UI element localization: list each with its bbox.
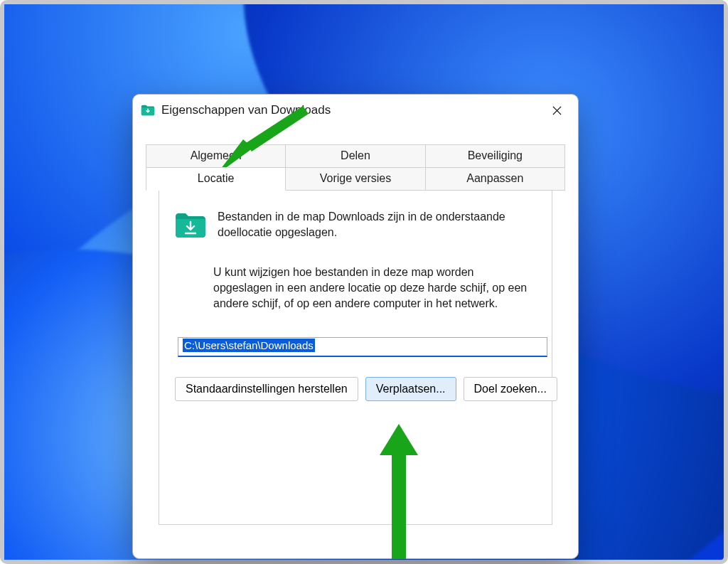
tab-sharing[interactable]: Delen xyxy=(285,144,425,168)
find-target-button[interactable]: Doel zoeken... xyxy=(464,377,557,401)
restore-defaults-button[interactable]: Standaardinstellingen herstellen xyxy=(175,377,358,401)
properties-dialog: Eigenschappen van Downloads Algemeen Del… xyxy=(132,94,579,559)
location-description: Bestanden in de map Downloads zijn in de… xyxy=(218,209,537,240)
location-path-input[interactable]: C:\Users\stefan\Downloads xyxy=(178,337,547,357)
tab-previous-versions[interactable]: Vorige versies xyxy=(285,167,425,191)
downloads-folder-large-icon xyxy=(173,209,208,240)
location-buttons: Standaardinstellingen herstellen Verplaa… xyxy=(175,377,537,401)
location-panel: Bestanden in de map Downloads zijn in de… xyxy=(159,191,552,525)
tab-security[interactable]: Beveiliging xyxy=(425,144,565,168)
tabs: Algemeen Delen Beveiliging Locatie Vorig… xyxy=(146,144,565,525)
tab-general[interactable]: Algemeen xyxy=(146,144,286,168)
tab-customize[interactable]: Aanpassen xyxy=(425,167,565,191)
desktop: Eigenschappen van Downloads Algemeen Del… xyxy=(0,0,728,564)
tab-location[interactable]: Locatie xyxy=(146,167,286,191)
location-subtext: U kunt wijzigen hoe bestanden in deze ma… xyxy=(213,265,533,312)
location-path-value: C:\Users\stefan\Downloads xyxy=(183,339,315,352)
close-button[interactable] xyxy=(544,99,569,122)
window-title: Eigenschappen van Downloads xyxy=(161,103,544,117)
move-button[interactable]: Verplaatsen... xyxy=(365,377,456,401)
titlebar[interactable]: Eigenschappen van Downloads xyxy=(133,95,578,126)
downloads-folder-icon xyxy=(140,102,156,118)
